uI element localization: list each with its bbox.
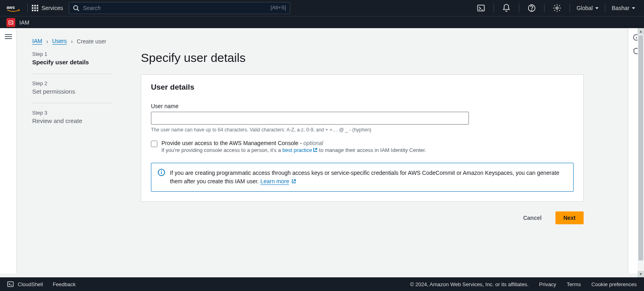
- notifications-icon[interactable]: [502, 4, 511, 12]
- expand-sidebar-button[interactable]: [5, 33, 12, 40]
- breadcrumb-iam[interactable]: IAM: [32, 38, 42, 45]
- region-selector[interactable]: Global: [574, 5, 601, 11]
- svg-rect-1: [32, 5, 33, 6]
- wizard-step-3[interactable]: Step 3 Review and create: [32, 110, 113, 132]
- scroll-thumb[interactable]: [638, 35, 643, 260]
- cloudshell-footer-icon: [7, 281, 14, 287]
- svg-rect-3: [37, 5, 38, 6]
- search-shortcut-hint: [Alt+S]: [270, 4, 286, 10]
- step-number: Step 3: [32, 110, 113, 116]
- nav-divider: [544, 4, 545, 12]
- breadcrumb-users[interactable]: Users: [52, 38, 67, 45]
- wizard-step-1[interactable]: Step 1 Specify user details: [32, 51, 113, 74]
- external-link-icon: [313, 148, 318, 152]
- step-title: Review and create: [32, 117, 113, 124]
- vertical-scrollbar[interactable]: ▲ ▼: [638, 28, 644, 277]
- svg-point-18: [10, 22, 11, 23]
- breadcrumb: IAM › Users › Create user: [32, 38, 612, 45]
- svg-rect-17: [9, 20, 13, 24]
- svg-text:aws: aws: [6, 5, 14, 10]
- username-input[interactable]: [151, 112, 469, 125]
- username-label: User name: [151, 103, 574, 109]
- scroll-down-button[interactable]: ▼: [638, 271, 644, 277]
- cookies-link[interactable]: Cookie preferences: [591, 281, 637, 287]
- svg-rect-7: [32, 10, 33, 11]
- external-link-icon: [291, 179, 296, 184]
- services-menu-button[interactable]: Services: [32, 5, 63, 11]
- svg-rect-8: [34, 10, 36, 11]
- cloudshell-icon[interactable]: [477, 4, 485, 12]
- copyright-text: © 2024, Amazon Web Services, Inc. or its…: [410, 281, 529, 287]
- service-name[interactable]: IAM: [19, 19, 29, 26]
- info-alert: If you are creating programmatic access …: [151, 163, 574, 192]
- settings-icon[interactable]: [553, 4, 561, 12]
- nav-divider: [27, 4, 28, 12]
- panel-title: User details: [151, 83, 574, 92]
- help-icon[interactable]: [527, 4, 536, 12]
- page-title: Specify user details: [141, 51, 584, 65]
- iam-service-icon[interactable]: [6, 18, 15, 27]
- aws-logo-icon[interactable]: aws: [6, 4, 20, 12]
- svg-point-10: [74, 6, 78, 10]
- svg-point-16: [556, 7, 558, 9]
- step-number: Step 2: [32, 80, 113, 86]
- svg-point-15: [532, 10, 532, 10]
- cancel-button[interactable]: Cancel: [515, 211, 550, 224]
- svg-rect-9: [37, 10, 38, 11]
- user-details-panel: User details User name The user name can…: [141, 74, 584, 202]
- console-access-label: Provide user access to the AWS Managemen…: [161, 140, 426, 146]
- svg-line-11: [77, 9, 79, 11]
- chevron-right-icon: ›: [46, 38, 48, 45]
- cloudshell-link[interactable]: CloudShell: [18, 281, 43, 287]
- privacy-link[interactable]: Privacy: [539, 281, 556, 287]
- learn-more-link[interactable]: Learn more: [260, 178, 289, 185]
- username-hint: The user name can have up to 64 characte…: [151, 127, 574, 133]
- console-access-sub: If you're providing console access to a …: [161, 147, 426, 153]
- terms-link[interactable]: Terms: [567, 281, 581, 287]
- info-icon: [158, 169, 165, 176]
- step-title: Set permissions: [32, 88, 113, 95]
- nav-divider: [605, 4, 605, 12]
- step-number: Step 1: [32, 51, 113, 57]
- step-title: Specify user details: [32, 59, 113, 66]
- search-input[interactable]: [69, 2, 290, 14]
- search-icon: [73, 5, 79, 11]
- user-label: Bashar: [612, 5, 630, 11]
- wizard-step-2[interactable]: Step 2 Set permissions: [32, 80, 113, 103]
- svg-rect-23: [161, 172, 162, 174]
- feedback-link[interactable]: Feedback: [53, 281, 76, 287]
- services-label: Services: [41, 5, 63, 11]
- svg-rect-5: [34, 7, 36, 9]
- nav-divider: [570, 4, 570, 12]
- svg-rect-4: [32, 7, 33, 9]
- grid-icon: [32, 5, 38, 11]
- chevron-down-icon: [595, 7, 599, 9]
- chevron-down-icon: [632, 7, 635, 9]
- nav-divider: [519, 4, 519, 12]
- nav-divider: [493, 4, 494, 12]
- chevron-right-icon: ›: [71, 38, 73, 45]
- svg-rect-2: [34, 5, 36, 6]
- console-access-checkbox[interactable]: [151, 141, 157, 147]
- best-practice-link[interactable]: best practice: [283, 147, 318, 153]
- breadcrumb-current: Create user: [77, 38, 106, 45]
- account-menu[interactable]: Bashar: [609, 5, 638, 11]
- scroll-up-button[interactable]: ▲: [638, 28, 644, 35]
- svg-rect-6: [37, 7, 38, 9]
- svg-point-22: [161, 170, 162, 171]
- next-button[interactable]: Next: [555, 211, 584, 224]
- region-label: Global: [576, 5, 592, 11]
- svg-rect-12: [478, 5, 485, 11]
